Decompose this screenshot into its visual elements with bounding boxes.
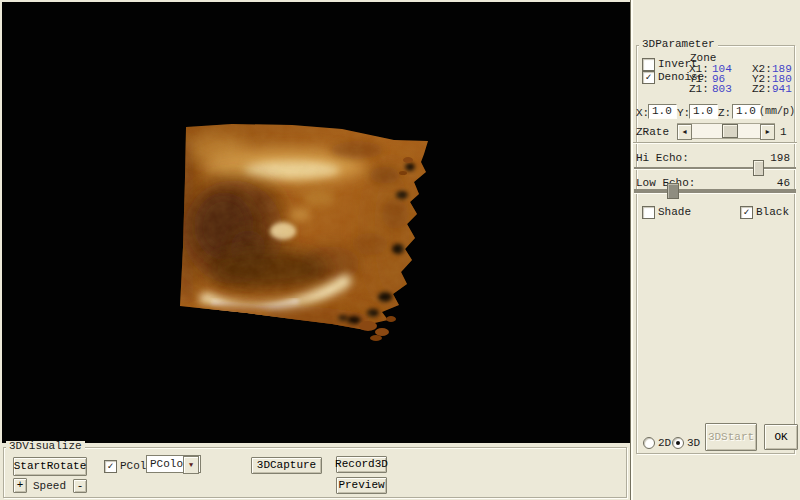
black-label: Black — [756, 207, 789, 218]
denoise-checkbox[interactable]: ✓ — [642, 71, 655, 84]
radio-3d-label: 3D — [687, 438, 700, 449]
zone-z2-value: 941 — [772, 84, 792, 95]
zrate-label: ZRate — [636, 127, 669, 138]
low-echo-label: Low Echo: — [636, 178, 695, 189]
speed-minus-button[interactable]: - — [73, 479, 87, 493]
check-icon: ✓ — [743, 206, 749, 218]
hi-echo-label: Hi Echo: — [636, 153, 689, 164]
radio-3d[interactable] — [672, 437, 684, 449]
scale-y-input[interactable]: 1.0 — [689, 104, 718, 119]
check-icon: ✓ — [107, 460, 113, 472]
low-echo-value: 46 — [770, 178, 790, 189]
radio-2d[interactable] — [643, 437, 655, 449]
hi-echo-slider-track[interactable] — [634, 167, 796, 170]
scale-z-label: Z: — [718, 108, 731, 119]
panel-divider — [630, 0, 633, 500]
start-rotate-button[interactable]: StartRotate — [13, 457, 87, 476]
radio-2d-label: 2D — [658, 438, 671, 449]
zrate-value: 1 — [780, 127, 787, 138]
speed-label: Speed — [33, 481, 66, 492]
ok-button[interactable]: OK — [764, 424, 798, 450]
check-icon: ✓ — [645, 71, 651, 83]
record3d-button[interactable]: Record3D — [336, 456, 387, 473]
zone-z2-label: Z2: — [752, 84, 772, 95]
low-echo-slider-track[interactable] — [634, 189, 796, 194]
render-viewport[interactable] — [2, 2, 630, 443]
visualize-group-title: 3DVisualize — [6, 441, 85, 452]
pcolor-checkbox[interactable]: ✓ — [104, 460, 117, 473]
hi-echo-slider-thumb[interactable] — [753, 160, 764, 176]
parameter-group-title: 3DParameter — [639, 39, 718, 50]
scroll-left-icon[interactable]: ◄ — [677, 124, 692, 140]
ultrasound-3d-app: 3DParameter ✓ Invert ✓ Denoise Zone X1: … — [0, 0, 800, 500]
scale-z-input[interactable]: 1.0 — [732, 104, 761, 119]
zone-z1-value: 803 — [712, 84, 732, 95]
panel-separator — [633, 142, 797, 144]
ultrasound-render — [2, 2, 630, 443]
black-checkbox[interactable]: ✓ — [740, 206, 753, 219]
speed-plus-button[interactable]: + — [13, 478, 27, 493]
start3d-button[interactable]: 3DStart — [705, 423, 757, 451]
zrate-scrollbar[interactable]: ◄ ► — [677, 123, 775, 139]
scroll-right-icon[interactable]: ► — [760, 124, 775, 140]
low-echo-slider-thumb[interactable] — [667, 183, 679, 199]
preview-button[interactable]: Preview — [336, 477, 387, 494]
shade-checkbox[interactable]: ✓ — [642, 206, 655, 219]
zone-z1-label: Z1: — [689, 84, 709, 95]
scale-x-input[interactable]: 1.0 — [648, 104, 677, 119]
invert-checkbox[interactable]: ✓ — [642, 58, 655, 71]
zrate-scroll-thumb[interactable] — [722, 124, 738, 138]
hi-echo-value: 198 — [770, 153, 790, 164]
capture3d-button[interactable]: 3DCapture — [251, 457, 322, 474]
dropdown-arrow-icon[interactable]: ▼ — [183, 456, 199, 474]
shade-label: Shade — [658, 207, 691, 218]
scale-unit-label: (mm/p) — [759, 107, 795, 117]
